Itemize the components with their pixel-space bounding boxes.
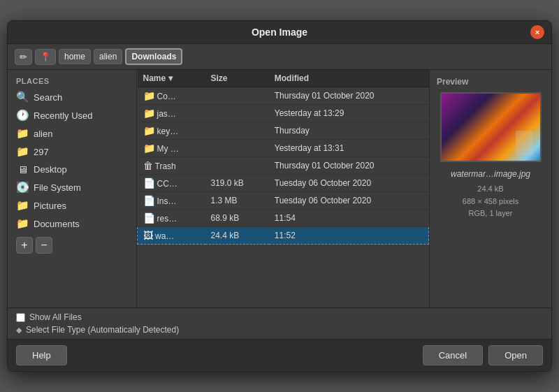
file-icon: 📁 xyxy=(143,125,155,136)
file-name-cell: 📁My … xyxy=(138,140,205,157)
titlebar: Open Image × xyxy=(8,21,551,44)
file-modified-cell: Yesterday at 13:29 xyxy=(269,105,429,122)
file-type-label[interactable]: Select File Type (Automatically Detected… xyxy=(26,325,179,335)
file-size-cell xyxy=(205,87,269,105)
file-name-cell: 📄Ins… xyxy=(138,192,205,210)
sidebar-item-recently-used[interactable]: 🕐 Recently Used xyxy=(8,106,136,124)
sidebar-item-label: Desktop xyxy=(34,164,67,175)
remove-bookmark-button[interactable]: − xyxy=(36,237,52,254)
show-all-files-row: Show All Files xyxy=(16,312,543,322)
table-row[interactable]: 📁My … Yesterday at 13:31 xyxy=(138,140,429,157)
preview-image xyxy=(440,92,542,162)
table-row[interactable]: 📄res… 68.9 kB 11:54 xyxy=(138,210,429,227)
recent-icon: 🕐 xyxy=(16,109,29,122)
table-row[interactable]: 🖼wa… 24.4 kB 11:52 xyxy=(138,227,429,245)
col-name[interactable]: Name ▾ xyxy=(138,70,205,87)
file-table: Name ▾ Size Modified 📁Co… Thursday 01 Oc… xyxy=(137,70,429,307)
table-row[interactable]: 📁key… Thursday xyxy=(138,122,429,140)
sidebar-item-label: Documents xyxy=(34,219,80,229)
file-type-row: ◆ Select File Type (Automatically Detect… xyxy=(16,325,543,335)
col-size[interactable]: Size xyxy=(205,70,269,87)
file-modified-cell: Thursday xyxy=(269,122,429,140)
location-icon-button[interactable]: 📍 xyxy=(35,49,56,65)
main-area: Places 🔍 Search 🕐 Recently Used 📁 alien … xyxy=(8,70,551,307)
sidebar-item-label: 297 xyxy=(34,147,49,157)
cancel-button[interactable]: Cancel xyxy=(423,345,483,365)
file-icon: 📄 xyxy=(143,212,155,224)
sidebar-item-filesystem[interactable]: 💽 File System xyxy=(8,178,136,196)
file-icon: 📄 xyxy=(143,177,155,189)
file-modified-cell: Thursday 01 October 2020 xyxy=(269,87,429,105)
file-modified-cell: 11:52 xyxy=(269,227,429,245)
table-row[interactable]: 📁Co… Thursday 01 October 2020 xyxy=(138,87,429,105)
sidebar-actions: + − xyxy=(8,233,136,258)
file-name-cell: 📄res… xyxy=(138,210,205,227)
show-all-files-label: Show All Files xyxy=(29,312,82,322)
preview-header: Preview xyxy=(437,77,468,87)
file-panel: Name ▾ Size Modified 📁Co… Thursday 01 Oc… xyxy=(137,70,429,307)
right-actions: Cancel Open xyxy=(423,345,543,365)
sidebar-item-label: Search xyxy=(34,92,62,103)
preview-dimensions: 688 × 458 pixels xyxy=(463,196,518,208)
file-size-cell xyxy=(205,157,269,175)
table-row[interactable]: 🗑Trash Thursday 01 October 2020 xyxy=(138,157,429,175)
sidebar-item-documents[interactable]: 📁 Documents xyxy=(8,215,136,233)
preview-panel: Preview watermar…image.jpg 24.4 kB 688 ×… xyxy=(429,70,551,307)
sidebar-item-label: Pictures xyxy=(34,201,66,211)
table-row[interactable]: 📄CC… 319.0 kB Tuesday 06 October 2020 xyxy=(138,175,429,192)
preview-size: 24.4 kB xyxy=(463,183,518,196)
file-icon: 📁 xyxy=(143,90,155,101)
open-button[interactable]: Open xyxy=(488,345,543,365)
folder-icon: 📁 xyxy=(16,199,29,212)
file-name-cell: 🗑Trash xyxy=(138,157,205,175)
col-modified[interactable]: Modified xyxy=(269,70,429,87)
table-row[interactable]: 📄Ins… 1.3 MB Tuesday 06 October 2020 xyxy=(138,192,429,210)
sidebar-item-desktop[interactable]: 🖥 Desktop xyxy=(8,161,136,178)
file-name-cell: 📁key… xyxy=(138,122,205,140)
file-size-cell: 319.0 kB xyxy=(205,175,269,192)
breadcrumb-home[interactable]: home xyxy=(59,49,91,64)
file-modified-cell: Tuesday 06 October 2020 xyxy=(269,192,429,210)
file-modified-cell: Thursday 01 October 2020 xyxy=(269,157,429,175)
sidebar-item-297[interactable]: 📁 297 xyxy=(8,143,136,161)
help-button[interactable]: Help xyxy=(16,345,67,365)
table-row[interactable]: 📁jas… Yesterday at 13:29 xyxy=(138,105,429,122)
file-icon: 🗑 xyxy=(143,160,153,171)
sidebar-item-search[interactable]: 🔍 Search xyxy=(8,88,136,106)
search-icon: 🔍 xyxy=(16,91,29,103)
sidebar: Places 🔍 Search 🕐 Recently Used 📁 alien … xyxy=(8,70,137,307)
add-bookmark-button[interactable]: + xyxy=(16,237,33,254)
sidebar-item-alien[interactable]: 📁 alien xyxy=(8,124,136,143)
file-modified-cell: Tuesday 06 October 2020 xyxy=(269,175,429,192)
bottom-bar: Show All Files ◆ Select File Type (Autom… xyxy=(8,307,551,339)
sidebar-header: Places xyxy=(8,75,136,88)
preview-filename: watermar…image.jpg xyxy=(451,169,530,179)
file-name-cell: 📄CC… xyxy=(138,175,205,192)
file-icon: 🖼 xyxy=(143,230,153,241)
toolbar: ✏ 📍 home alien Downloads xyxy=(8,44,551,70)
folder-icon: 📁 xyxy=(16,145,29,158)
breadcrumb-downloads[interactable]: Downloads xyxy=(125,48,182,65)
file-modified-cell: 11:54 xyxy=(269,210,429,227)
table-header-row: Name ▾ Size Modified xyxy=(138,70,429,87)
file-icon: 📁 xyxy=(143,108,155,119)
file-name-cell: 📁Co… xyxy=(138,87,205,105)
action-bar: Help Cancel Open xyxy=(8,339,551,371)
close-button[interactable]: × xyxy=(530,25,544,39)
breadcrumb-alien[interactable]: alien xyxy=(94,49,122,64)
open-image-dialog: Open Image × ✏ 📍 home alien Downloads Pl… xyxy=(7,20,552,372)
file-size-cell xyxy=(205,122,269,140)
file-modified-cell: Yesterday at 13:31 xyxy=(269,140,429,157)
file-size-cell: 68.9 kB xyxy=(205,210,269,227)
preview-colorinfo: RGB, 1 layer xyxy=(463,208,518,220)
sidebar-item-label: alien xyxy=(34,129,52,139)
show-all-files-checkbox[interactable] xyxy=(16,313,25,322)
sidebar-item-pictures[interactable]: 📁 Pictures xyxy=(8,196,136,215)
sidebar-item-label: File System xyxy=(34,182,81,193)
file-icon: 📁 xyxy=(143,143,155,154)
file-name-cell: 📁jas… xyxy=(138,105,205,122)
edit-button[interactable]: ✏ xyxy=(15,49,32,65)
sidebar-item-label: Recently Used xyxy=(34,110,93,121)
file-name-cell: 🖼wa… xyxy=(138,227,205,245)
file-size-cell xyxy=(205,105,269,122)
